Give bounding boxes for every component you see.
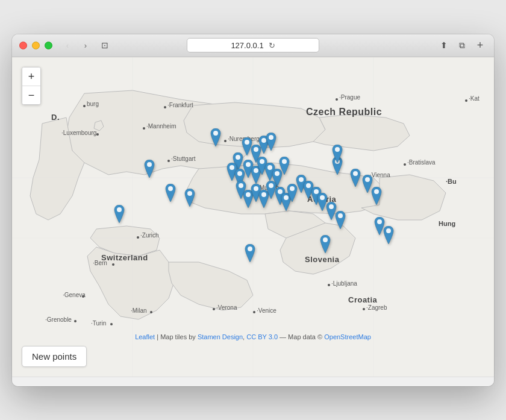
bern-dot <box>112 263 114 266</box>
zoom-out-button[interactable]: − <box>22 86 40 104</box>
map-pin[interactable] <box>369 187 384 205</box>
map-pin[interactable] <box>381 226 396 244</box>
svg-point-39 <box>329 204 334 209</box>
address-bar[interactable]: 127.0.0.1 ↻ <box>187 38 319 52</box>
nuremberg-dot <box>224 140 226 142</box>
svg-point-41 <box>323 237 328 242</box>
map-pin[interactable] <box>264 133 278 151</box>
forward-button[interactable]: › <box>78 39 93 51</box>
svg-point-36 <box>353 171 358 176</box>
zagreb-dot <box>363 308 365 310</box>
address-text: 127.0.0.1 <box>231 41 263 50</box>
grenoble-dot <box>74 320 77 322</box>
map-pin[interactable] <box>142 160 157 178</box>
prague-dot <box>336 98 338 101</box>
map-pin[interactable] <box>163 184 178 202</box>
maximize-button[interactable] <box>45 42 52 49</box>
svg-point-46 <box>248 246 252 251</box>
svg-point-9 <box>187 191 192 196</box>
zurich-dot <box>137 236 139 239</box>
back-button[interactable]: ‹ <box>60 39 75 51</box>
svg-point-42 <box>377 219 382 224</box>
luxembourg-dot <box>96 133 99 136</box>
map-pin[interactable] <box>330 145 345 163</box>
map-pin[interactable] <box>243 244 257 262</box>
map-pin[interactable] <box>112 205 126 223</box>
kat-dot <box>465 99 467 102</box>
right-controls: ⬆ ⧉ + <box>437 39 487 52</box>
svg-point-14 <box>269 135 273 140</box>
frankfurt-dot <box>164 106 166 108</box>
map-pin[interactable] <box>277 157 292 175</box>
reload-icon[interactable]: ↻ <box>269 41 275 50</box>
title-bar: ‹ › ⊡ 127.0.0.1 ↻ ⬆ ⧉ + <box>12 34 494 57</box>
svg-point-23 <box>239 183 243 188</box>
svg-point-43 <box>386 228 391 233</box>
bratislava-dot <box>404 163 406 166</box>
map-pin[interactable] <box>183 189 197 207</box>
venice-dot <box>253 311 255 313</box>
cc-link[interactable]: CC BY 3.0 <box>246 333 278 340</box>
svg-point-6 <box>213 131 218 136</box>
window-layout-button[interactable]: ⊡ <box>98 39 111 51</box>
osm-link[interactable]: OpenStreetMap <box>324 333 371 340</box>
address-bar-area: 127.0.0.1 ↻ <box>187 38 319 52</box>
new-tab-icon[interactable]: + <box>473 39 487 52</box>
svg-point-10 <box>236 155 240 160</box>
map-pin[interactable] <box>333 211 348 229</box>
map-pin[interactable] <box>318 235 333 253</box>
turin-dot <box>110 323 113 325</box>
stuttgart-dot <box>167 160 170 162</box>
close-button[interactable] <box>19 42 27 49</box>
svg-point-8 <box>168 186 173 191</box>
geneva-dot <box>82 295 84 298</box>
duplicate-icon[interactable]: ⧉ <box>455 39 469 52</box>
milan-dot <box>150 311 152 313</box>
svg-point-11 <box>245 140 249 145</box>
minimize-button[interactable] <box>32 42 40 49</box>
map-container: ·Frankfurt ·Prague ·Nuremberg ·Stuttgart… <box>12 57 494 377</box>
svg-point-34 <box>320 195 325 200</box>
window-bottom-bar <box>12 377 494 386</box>
svg-point-44 <box>335 147 340 152</box>
share-icon[interactable]: ⬆ <box>437 39 451 52</box>
traffic-lights <box>19 42 52 49</box>
map-pin[interactable] <box>208 128 223 146</box>
hamburg-dot <box>83 105 86 107</box>
nav-buttons: ‹ › <box>60 39 93 51</box>
svg-point-40 <box>338 213 343 218</box>
svg-point-37 <box>365 177 370 182</box>
svg-point-7 <box>147 162 152 167</box>
map-attribution: Leaflet | Map tiles by Stamen Design, CC… <box>135 333 371 340</box>
verona-dot <box>213 308 215 310</box>
map-controls: + − <box>22 67 41 105</box>
zoom-in-button[interactable]: + <box>22 67 40 86</box>
svg-point-38 <box>374 189 379 194</box>
mannheim-dot <box>143 127 145 130</box>
svg-point-22 <box>282 159 287 164</box>
stamen-link[interactable]: Stamen Design <box>198 333 243 340</box>
browser-window: ‹ › ⊡ 127.0.0.1 ↻ ⬆ ⧉ + <box>12 34 494 386</box>
new-points-button[interactable]: New points <box>22 346 87 367</box>
svg-point-45 <box>117 207 122 212</box>
ljubljana-dot <box>328 284 330 286</box>
leaflet-link[interactable]: Leaflet <box>135 333 155 340</box>
